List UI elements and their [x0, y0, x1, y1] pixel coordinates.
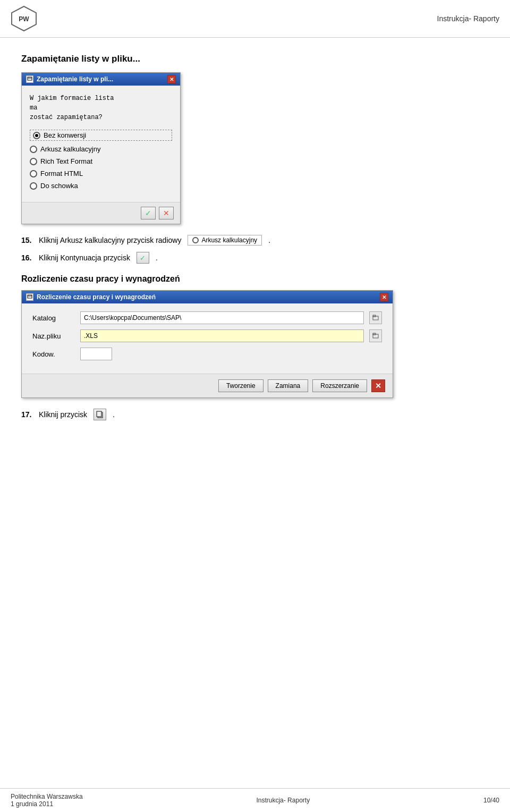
footer-date: 1 grudnia 2011 [11, 800, 83, 808]
dialog2-footer: Tworzenie Zamiana Rozszerzanie ✕ [22, 374, 393, 397]
input-nazpliku[interactable]: .XLS [80, 329, 364, 342]
step17-period: . [113, 410, 115, 419]
zamiana-button[interactable]: Zamiana [268, 379, 309, 392]
dialog-zapamietanie: Zapamiętanie listy w pli... ✕ W jakim fo… [21, 72, 181, 224]
confirm-button[interactable]: ✓ [141, 207, 156, 219]
radio-circle-rtf [30, 158, 37, 165]
step16-number: 16. [21, 253, 35, 262]
inline-arkusz-radio: Arkusz kalkulacyjny [188, 235, 262, 246]
titlebar2-left: Rozliczenie czasu pracy i wynagrodzeń [26, 293, 156, 301]
step15-number: 15. [21, 236, 35, 244]
titlebar-left: Zapamiętanie listy w pli... [26, 75, 113, 83]
radio-circle-schowka [30, 182, 37, 190]
page-footer: Politechnika Warszawska 1 grudnia 2011 I… [0, 788, 510, 812]
dialog-title: Zapamiętanie listy w pli... [37, 75, 113, 83]
radio-bez-konwersji[interactable]: Bez konwersji [30, 130, 172, 141]
input-katalog[interactable]: C:\Users\kopcpa\Documents\SAP\ [80, 311, 364, 324]
radio-rtf[interactable]: Rich Text Format [30, 157, 172, 165]
step16-period: . [156, 253, 158, 262]
svg-rect-11 [97, 411, 101, 417]
label-kodow: Kodow. [32, 350, 75, 358]
radio-circle-arkusz [30, 146, 37, 153]
dialog-rozliczenie-titlebar: Rozliczenie czasu pracy i wynagrodzeń ✕ [22, 291, 393, 303]
footer-center-title: Instrukcja- Raporty [256, 797, 310, 804]
inline-radio-circle [192, 237, 199, 243]
dialog2-icon [26, 293, 33, 301]
section1-heading: Zapamiętanie listy w pliku... [21, 54, 489, 64]
step16-text: Kliknij Kontynuacja przycisk [39, 253, 130, 262]
main-content: Zapamiętanie listy w pliku... Zapamiętan… [0, 38, 510, 443]
input-kodow[interactable] [80, 348, 112, 360]
dialog-body: W jakim formacie listamazostać zapamięta… [22, 86, 180, 202]
footer-left: Politechnika Warszawska 1 grudnia 2011 [11, 793, 83, 808]
dialog2-title: Rozliczenie czasu pracy i wynagrodzeń [37, 293, 156, 301]
browse-nazpliku-button[interactable] [369, 329, 382, 342]
form-row-nazpliku: Naz.pliku .XLS [32, 329, 382, 342]
radio-label-bez-konwersji: Bez konwersji [44, 131, 86, 139]
svg-rect-4 [28, 295, 32, 298]
radio-circle-bez-konwersji [33, 132, 40, 139]
dialog2-body: Katalog C:\Users\kopcpa\Documents\SAP\ N… [22, 303, 393, 374]
footer-page-number: 10/40 [483, 797, 499, 804]
header-title: Instrukcja- Raporty [437, 14, 499, 23]
step17-line: 17. Kliknij przycisk . [21, 409, 489, 420]
cancel-button-dialog[interactable]: ✕ [159, 207, 174, 219]
step17-number: 17. [21, 410, 35, 419]
radio-circle-html [30, 170, 37, 177]
dialog-icon [26, 75, 33, 83]
step16-line: 16. Kliknij Kontynuacja przycisk ✓ . [21, 252, 489, 264]
label-nazpliku: Naz.pliku [32, 332, 75, 340]
rozszerzanie-button[interactable]: Rozszerzanie [312, 379, 367, 392]
dialog-question: W jakim formacie listamazostać zapamięta… [30, 94, 172, 122]
radio-arkusz[interactable]: Arkusz kalkulacyjny [30, 145, 172, 153]
radio-label-rtf: Rich Text Format [40, 157, 92, 165]
radio-label-schowka: Do schowka [40, 182, 78, 190]
label-katalog: Katalog [32, 314, 75, 322]
form-row-kodow: Kodow. [32, 348, 382, 360]
svg-rect-2 [28, 77, 32, 80]
radio-schowka[interactable]: Do schowka [30, 182, 172, 190]
form-row-katalog: Katalog C:\Users\kopcpa\Documents\SAP\ [32, 311, 382, 324]
close-red-button[interactable]: ✕ [371, 379, 385, 392]
radio-label-arkusz: Arkusz kalkulacyjny [40, 145, 100, 153]
step15-text: Kliknij Arkusz kalkulacyjny przycisk rad… [39, 236, 181, 244]
radio-label-html: Format HTML [40, 170, 83, 177]
footer-institution: Politechnika Warszawska [11, 793, 83, 800]
browse-katalog-button[interactable] [369, 311, 382, 324]
step15-period: . [268, 236, 270, 244]
dialog-close-button[interactable]: ✕ [167, 75, 176, 83]
dialog-zapamietanie-titlebar: Zapamiętanie listy w pli... ✕ [22, 73, 180, 86]
dialog-footer: ✓ ✕ [22, 202, 180, 224]
page-header: PW Instrukcja- Raporty [0, 0, 510, 38]
radio-html[interactable]: Format HTML [30, 170, 172, 177]
inline-copy-button [94, 409, 106, 420]
step15-line: 15. Kliknij Arkusz kalkulacyjny przycisk… [21, 235, 489, 246]
inline-arkusz-label: Arkusz kalkulacyjny [201, 236, 257, 244]
step17-text: Kliknij przycisk [39, 410, 87, 419]
tworzenie-button[interactable]: Tworzenie [218, 379, 264, 392]
section2-heading: Rozliczenie czasu pracy i wynagrodzeń [21, 274, 489, 284]
logo: PW [11, 5, 37, 32]
dialog-rozliczenie: Rozliczenie czasu pracy i wynagrodzeń ✕ … [21, 290, 393, 398]
svg-text:PW: PW [19, 15, 29, 23]
inline-check-button: ✓ [137, 252, 149, 264]
dialog2-close-button[interactable]: ✕ [380, 293, 388, 301]
